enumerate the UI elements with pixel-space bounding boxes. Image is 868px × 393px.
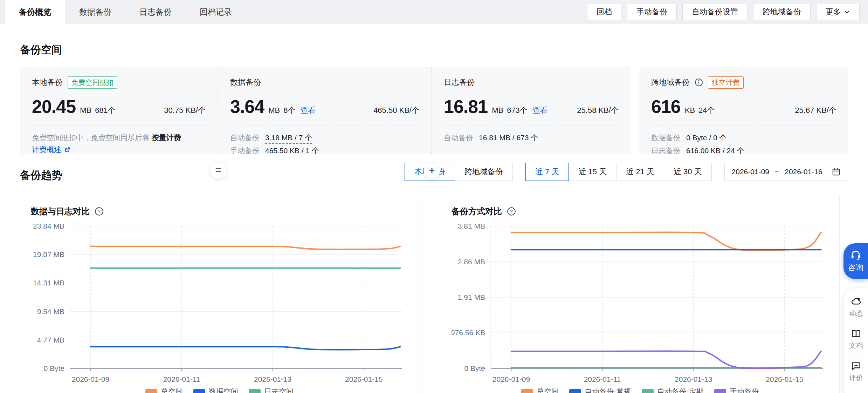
svg-text:0 Byte: 0 Byte <box>43 364 64 372</box>
auto-backup-row: 自动备份 16.81 MB / 673 个 <box>444 131 619 144</box>
range-switch: 近 7 天 近 15 天 近 21 天 近 30 天 <box>525 163 712 181</box>
legend-swatch <box>521 389 533 393</box>
range-30d-button[interactable]: 近 30 天 <box>664 163 712 181</box>
svg-text:976.56 KB: 976.56 KB <box>452 328 485 337</box>
log-backup-unit: MB <box>492 106 503 115</box>
log-backup-name: 日志备份 <box>444 77 475 88</box>
scope-cross-region-button[interactable]: 跨地域备份 <box>455 163 513 181</box>
external-link-icon[interactable] <box>64 146 71 153</box>
comment-icon <box>850 360 862 372</box>
chart2-title: 备份方式对比 <box>452 206 502 217</box>
plus-operator: + <box>423 162 440 179</box>
range-21d-button[interactable]: 近 21 天 <box>616 163 664 181</box>
legend-item[interactable]: 自动备份-定期 <box>642 387 704 393</box>
divider <box>444 126 619 126</box>
legend-item[interactable]: 日志空间 <box>249 387 294 393</box>
range-7d-button[interactable]: 近 7 天 <box>525 163 569 181</box>
svg-text:?: ? <box>98 209 101 214</box>
log-backup-view-link[interactable]: 查看 <box>532 105 548 116</box>
tab-data-backup[interactable]: 数据备份 <box>65 0 125 24</box>
data-backup-view-link[interactable]: 查看 <box>300 105 316 116</box>
rollback-button[interactable]: 回档 <box>587 4 621 20</box>
divider <box>850 323 862 323</box>
data-backup-unit: MB <box>268 106 280 115</box>
headset-icon <box>850 249 861 260</box>
consult-label: 咨询 <box>848 263 863 273</box>
local-backup-name: 本地备份 <box>32 77 63 88</box>
svg-text:2026-01-15: 2026-01-15 <box>345 375 383 383</box>
legend-item[interactable]: 手动备份 <box>714 387 759 393</box>
data-backup-section: 数据备份 3.64 MB 8个 查看 465.50 KB/个 自动备份 3.18… <box>218 67 432 154</box>
svg-text:3.81 MB: 3.81 MB <box>458 222 485 230</box>
local-backup-count: 681个 <box>95 105 116 116</box>
legend-swatch <box>714 389 726 393</box>
auto-backup-settings-button[interactable]: 自动备份设置 <box>682 4 748 20</box>
data-backup-count: 8个 <box>283 105 295 116</box>
auto-backup-value[interactable]: 3.18 MB / 7 个 <box>265 132 312 144</box>
divider <box>850 355 862 355</box>
svg-text:2026-01-13: 2026-01-13 <box>254 375 291 383</box>
backup-method-line-chart[interactable]: 3.81 MB2.86 MB1.91 MB976.56 KB0 Byte2026… <box>452 221 829 385</box>
svg-text:19.07 MB: 19.07 MB <box>33 250 64 258</box>
svg-text:2026-01-09: 2026-01-09 <box>492 375 530 383</box>
svg-text:2026-01-11: 2026-01-11 <box>163 375 200 383</box>
tab-log-backup[interactable]: 日志备份 <box>125 0 186 24</box>
chart2-legend: 总空间自动备份-常规自动备份-定期手动备份 <box>452 387 829 393</box>
dock-item-docs[interactable]: 文档 <box>849 328 863 350</box>
cross-region-backup-button[interactable]: 跨地域备份 <box>753 4 811 20</box>
svg-text:2026-01-15: 2026-01-15 <box>766 375 803 383</box>
manual-backup-button[interactable]: 手动备份 <box>627 4 677 20</box>
backup-method-chart-card: 备份方式对比 ? 3.81 MB2.86 MB1.91 MB976.56 KB0… <box>441 195 840 393</box>
svg-text:1.91 MB: 1.91 MB <box>458 293 485 301</box>
equals-operator: = <box>210 162 227 179</box>
local-backup-section: 本地备份 免费空间抵扣 20.45 MB 681个 30.75 KB/个 免费空… <box>20 67 218 154</box>
data-backup-per-item: 465.50 KB/个 <box>373 105 419 116</box>
help-icon[interactable]: ? <box>507 207 516 216</box>
billing-note: 免费空间抵扣中，免费空间用尽后将 按量计费 <box>32 132 206 144</box>
tabs: 备份概览 数据备份 日志备份 回档记录 <box>5 0 246 24</box>
date-range-picker[interactable]: 2026-01-09 ~ 2026-01-16 <box>724 163 848 181</box>
svg-text:23.84 MB: 23.84 MB <box>33 222 64 230</box>
svg-text:2026-01-11: 2026-01-11 <box>584 375 621 383</box>
chart1-legend: 总空间数据空间日志空间 <box>31 387 408 393</box>
info-icon[interactable] <box>695 78 703 87</box>
chevron-down-icon <box>844 9 850 15</box>
legend-item[interactable]: 总空间 <box>145 387 183 393</box>
cross-region-unit: KB <box>685 106 695 115</box>
data-backup-name: 数据备份 <box>230 77 261 88</box>
svg-text:9.54 MB: 9.54 MB <box>37 307 64 316</box>
legend-swatch <box>193 389 205 393</box>
tab-backup-overview[interactable]: 备份概览 <box>5 0 65 24</box>
tab-rollback-records[interactable]: 回档记录 <box>186 0 246 24</box>
cross-region-name: 跨地域备份 <box>651 77 690 88</box>
help-icon[interactable]: ? <box>95 207 104 216</box>
log-backup-section: 日志备份 16.81 MB 673个 查看 25.58 KB/个 自动备份 16… <box>432 67 631 154</box>
cross-region-size: 616 <box>651 96 681 117</box>
billing-overview-link[interactable]: 计费概述 <box>32 144 61 156</box>
legend-item[interactable]: 自动备份-常规 <box>569 387 631 393</box>
consult-button[interactable]: 咨询 <box>843 243 868 279</box>
legend-swatch <box>569 389 581 393</box>
date-end: 2026-01-16 <box>785 168 822 176</box>
svg-text:14.31 MB: 14.31 MB <box>33 279 64 287</box>
range-15d-button[interactable]: 近 15 天 <box>569 163 616 181</box>
dock-item-feedback[interactable]: 评价 <box>849 360 863 382</box>
svg-text:0 Byte: 0 Byte <box>464 364 485 372</box>
date-separator: ~ <box>775 168 779 176</box>
svg-text:2026-01-13: 2026-01-13 <box>675 375 712 383</box>
more-button[interactable]: 更多 <box>816 4 860 20</box>
trend-toolbar: 本地备份 跨地域备份 近 7 天 近 15 天 近 21 天 近 30 天 20… <box>405 163 848 181</box>
auto-backup-row: 自动备份 3.18 MB / 7 个 <box>230 131 419 144</box>
side-dock: 动态 文档 评价 <box>844 288 868 393</box>
svg-text:2026-01-09: 2026-01-09 <box>72 375 109 383</box>
data-log-line-chart[interactable]: 23.84 MB19.07 MB14.31 MB9.54 MB4.77 MB0 … <box>31 221 409 385</box>
divider <box>32 126 206 126</box>
book-icon <box>850 328 862 339</box>
local-backup-size: 20.45 <box>32 96 76 117</box>
local-backup-per-item: 30.75 KB/个 <box>164 105 206 116</box>
legend-item[interactable]: 总空间 <box>521 387 559 393</box>
backup-space-title: 备份空间 <box>20 43 62 57</box>
dock-item-news[interactable]: 动态 <box>849 296 863 318</box>
cross-region-card: 跨地域备份 独立计费 616 KB 24个 25.67 KB/个 数据备份 0 … <box>639 67 848 154</box>
legend-item[interactable]: 数据空间 <box>193 387 238 393</box>
